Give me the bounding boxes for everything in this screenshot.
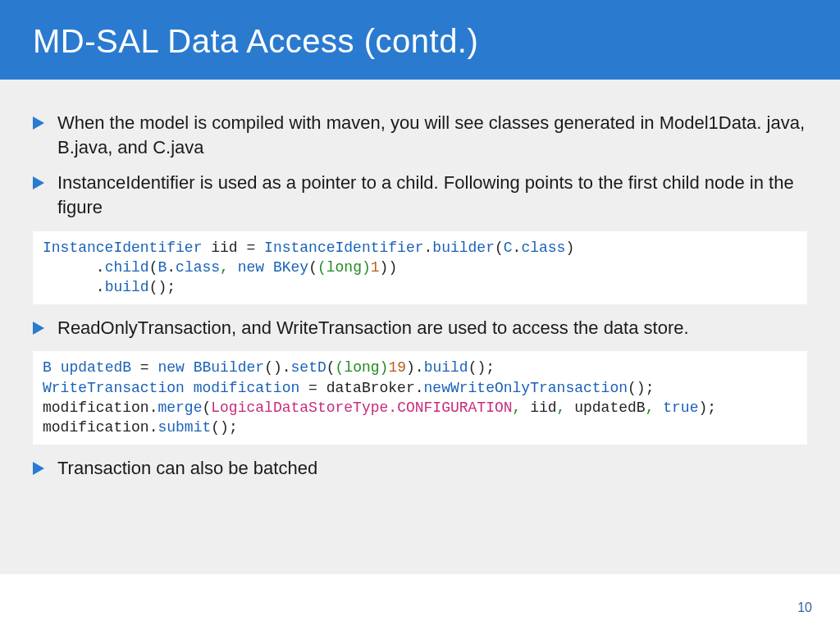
svg-marker-2	[33, 322, 44, 335]
code-token: WriteTransaction	[43, 380, 185, 396]
code-token	[43, 279, 96, 295]
code-token: BKey	[273, 259, 308, 276]
code-token: InstanceIdentifier	[264, 240, 423, 256]
code-token: dataBroker	[326, 380, 415, 396]
code-token: )	[698, 399, 707, 416]
page-number: 10	[797, 600, 812, 615]
code-token: .	[167, 259, 176, 276]
code-token: )	[380, 259, 389, 276]
code-token: class	[521, 240, 565, 256]
code-block-2: B updatedB = new BBuilder().setD((long)1…	[33, 351, 807, 444]
code-token: BBuilder	[194, 359, 264, 376]
code-token	[255, 240, 264, 256]
slide: MD-SAL Data Access (contd.) When the mod…	[0, 0, 840, 630]
code-token: iid	[530, 399, 556, 416]
code-token: CONFIGURATION	[397, 399, 512, 416]
code-token: )	[406, 359, 415, 376]
code-token: new	[158, 359, 184, 376]
code-token: B	[43, 359, 52, 376]
code-token: ,	[513, 399, 522, 416]
code-token: ;	[229, 419, 238, 436]
code-token: (	[628, 380, 637, 396]
code-token: .	[388, 399, 397, 416]
code-token: updatedB	[574, 399, 645, 416]
code-token: .	[96, 259, 105, 276]
code-token: ;	[486, 359, 495, 376]
code-token	[52, 359, 61, 376]
triangle-bullet-icon	[33, 322, 46, 335]
code-token: setD	[291, 359, 326, 376]
slide-content: When the model is compiled with maven, y…	[0, 80, 840, 500]
bullet-item: Transaction can also be batched	[33, 456, 807, 481]
code-token	[131, 359, 140, 376]
code-token: ;	[707, 399, 716, 416]
code-token: =	[308, 380, 317, 396]
code-token: (	[202, 399, 211, 416]
code-token: new	[238, 259, 264, 276]
code-token: (	[149, 259, 158, 276]
code-token: 1	[371, 259, 380, 276]
code-token: )	[565, 240, 574, 256]
bullet-item: InstanceIdentifier is used as a pointer …	[33, 171, 807, 219]
code-token: .	[96, 279, 105, 295]
code-token: (	[495, 240, 504, 256]
code-token: (	[264, 359, 273, 376]
code-token: (	[468, 359, 477, 376]
code-token: true	[663, 399, 698, 416]
code-token	[317, 380, 326, 396]
triangle-bullet-icon	[33, 462, 46, 475]
code-token: (	[211, 419, 220, 436]
code-token: ;	[167, 279, 176, 295]
code-token	[185, 359, 194, 376]
triangle-bullet-icon	[33, 116, 46, 130]
bullet-text: InstanceIdentifier is used as a pointer …	[57, 171, 807, 219]
bullet-item: When the model is compiled with maven, y…	[33, 111, 807, 159]
bullet-text: When the model is compiled with maven, y…	[57, 111, 807, 159]
code-token: )	[637, 380, 646, 396]
code-token: B	[158, 259, 167, 276]
code-token	[185, 380, 194, 396]
code-token: ,	[220, 259, 229, 276]
bullet-item: ReadOnlyTransaction, and WriteTransactio…	[33, 316, 807, 340]
code-token: updatedB	[61, 359, 131, 376]
code-token: )	[388, 259, 397, 276]
code-token	[299, 380, 308, 396]
code-token: modification	[43, 419, 149, 436]
svg-marker-3	[33, 462, 44, 475]
code-token: =	[140, 359, 149, 376]
code-token: .	[415, 380, 424, 396]
code-token	[229, 259, 238, 276]
code-token: )	[158, 279, 167, 295]
code-token	[654, 399, 663, 416]
code-token: class	[176, 259, 220, 276]
code-token: ,	[646, 399, 655, 416]
bullet-text: ReadOnlyTransaction, and WriteTransactio…	[57, 316, 689, 340]
code-token: iid	[202, 240, 246, 256]
bullet-text: Transaction can also be batched	[57, 456, 317, 481]
code-token: ;	[646, 380, 655, 396]
code-token: .	[424, 240, 433, 256]
code-token: modification	[194, 380, 300, 396]
code-token: .	[149, 419, 158, 436]
code-token: (long)	[317, 259, 371, 276]
svg-marker-0	[33, 116, 44, 130]
code-token	[264, 259, 273, 276]
code-token: (	[308, 259, 317, 276]
code-token: (	[326, 359, 336, 376]
code-token: build	[424, 359, 468, 376]
code-token: C	[504, 240, 513, 256]
code-token: child	[105, 259, 149, 276]
code-token: build	[105, 279, 149, 295]
svg-marker-1	[33, 176, 44, 189]
code-token: )	[273, 359, 282, 376]
slide-body: MD-SAL Data Access (contd.) When the mod…	[0, 0, 840, 574]
code-token: )	[220, 419, 229, 436]
code-token: newWriteOnlyTransaction	[424, 380, 628, 396]
code-token: submit	[158, 419, 211, 436]
code-token	[43, 259, 96, 276]
code-token: =	[246, 240, 255, 256]
code-token: .	[513, 240, 522, 256]
slide-header: MD-SAL Data Access (contd.)	[0, 0, 840, 80]
code-token: .	[149, 399, 158, 416]
code-token: ,	[557, 399, 566, 416]
